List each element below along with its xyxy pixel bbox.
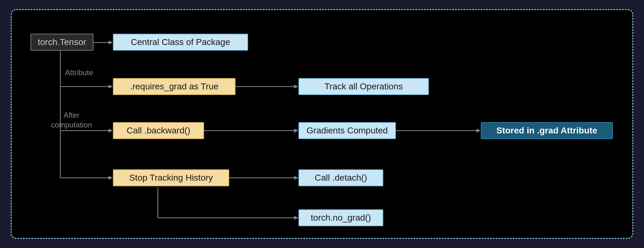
svg-marker-10 [294, 129, 298, 132]
requires-grad-box: .requires_grad as True [113, 78, 236, 95]
call-backward-box: Call .backward() [113, 122, 204, 139]
torch-no-grad-box: torch.no_grad() [298, 209, 383, 226]
svg-marker-1 [108, 41, 113, 44]
gradients-computed-box: Gradients Computed [298, 122, 396, 139]
after-computation-label: Aftercomputation [51, 110, 92, 130]
torch-tensor-box: torch.Tensor [31, 34, 93, 51]
svg-marker-6 [294, 85, 298, 88]
diagram-container: torch.Tensor Central Class of Package At… [11, 9, 633, 239]
svg-marker-4 [108, 85, 113, 88]
svg-marker-8 [108, 129, 113, 132]
call-detach-box: Call .detach() [298, 169, 383, 186]
svg-marker-16 [294, 176, 298, 180]
track-ops-box: Track all Operations [298, 78, 429, 95]
stop-tracking-box: Stop Tracking History [113, 169, 229, 186]
central-class-box: Central Class of Package [113, 34, 248, 51]
svg-marker-19 [294, 216, 298, 220]
svg-marker-12 [476, 129, 481, 132]
svg-marker-14 [108, 176, 113, 180]
attribute-label: Attribute [65, 68, 93, 77]
stored-in-grad-box: Stored in .grad Attribute [481, 122, 613, 139]
